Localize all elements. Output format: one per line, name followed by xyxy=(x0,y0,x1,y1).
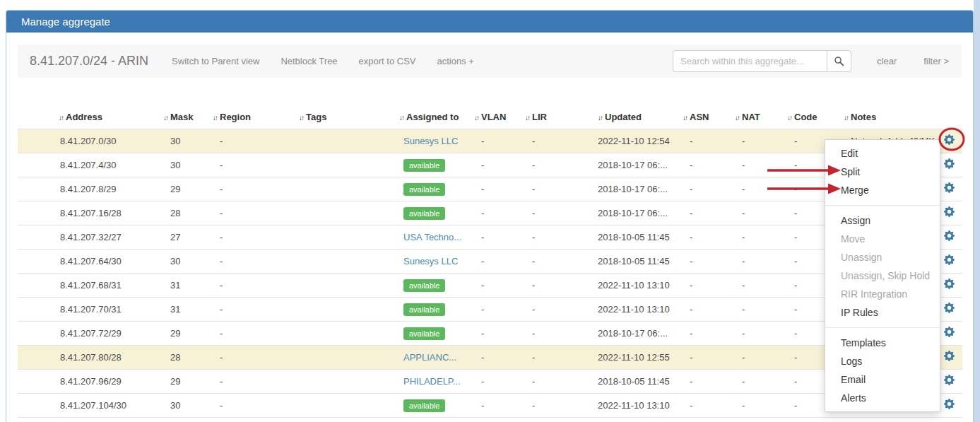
available-badge: available xyxy=(403,303,445,316)
cell-asn: - xyxy=(678,369,731,393)
assigned-to-link[interactable]: USA Techno... xyxy=(403,232,461,242)
row-actions-gear-icon[interactable] xyxy=(944,182,955,194)
col-header-mask[interactable]: ↓↑Mask xyxy=(159,107,208,129)
cell-tags xyxy=(295,273,395,297)
sort-icon[interactable]: ↓↑ xyxy=(299,114,303,122)
sort-icon[interactable]: ↓↑ xyxy=(474,114,478,122)
cell-vlan: - xyxy=(470,201,521,225)
assigned-to-link[interactable]: APPLIANC... xyxy=(403,352,456,363)
col-header-region[interactable]: ↓↑Region xyxy=(208,107,295,129)
cell-indent xyxy=(18,129,54,153)
table-row: 8.41.207.8/2929-available--2018-10-17 06… xyxy=(18,177,962,201)
row-actions-gear-icon[interactable] xyxy=(944,254,955,266)
cell-updated: 2022-11-10 13:10 xyxy=(594,297,678,321)
assigned-to-link[interactable]: Sunesys LLC xyxy=(403,256,458,266)
sort-icon[interactable]: ↓↑ xyxy=(735,114,739,122)
export-csv-link[interactable]: export to CSV xyxy=(359,56,416,66)
cell-tags xyxy=(295,321,395,345)
col-header-address[interactable]: ↓↑Address xyxy=(54,107,159,129)
sort-icon[interactable]: ↓↑ xyxy=(59,114,63,122)
cell-vlan: - xyxy=(470,297,521,321)
cell-tags xyxy=(295,393,395,417)
assigned-to-link[interactable]: PHILADELP... xyxy=(403,376,461,387)
row-actions-gear-icon[interactable] xyxy=(944,351,955,362)
cell-mask: 30 xyxy=(159,153,208,177)
sort-icon[interactable]: ↓↑ xyxy=(525,114,529,122)
sort-icon[interactable]: ↓↑ xyxy=(163,114,167,122)
col-header-assigned-to[interactable]: ↓↑Assigned to xyxy=(395,107,470,129)
menu-item-templates[interactable]: Templates xyxy=(825,334,940,352)
menu-item-logs[interactable]: Logs xyxy=(825,352,940,370)
menu-item-alerts[interactable]: Alerts xyxy=(825,389,940,407)
cell-actions xyxy=(937,273,962,297)
row-actions-gear-icon[interactable] xyxy=(944,375,955,386)
cell-region: - xyxy=(208,321,295,345)
cell-asn: - xyxy=(678,177,731,201)
actions-dropdown[interactable]: actions + xyxy=(437,56,474,66)
menu-item-split[interactable]: Split xyxy=(825,163,940,181)
switch-parent-view-link[interactable]: Switch to Parent view xyxy=(172,56,259,66)
cell-assigned-to: available xyxy=(395,393,470,417)
netblock-table: ↓↑Address↓↑Mask↓↑Region↓↑Tags↓↑Assigned … xyxy=(18,107,962,418)
col-header-vlan[interactable]: ↓↑VLAN xyxy=(470,107,521,129)
cell-mask: 30 xyxy=(159,393,208,417)
cell-address: 8.41.207.80/28 xyxy=(54,345,159,369)
cell-updated: 2018-10-17 06:... xyxy=(594,153,678,177)
row-actions-gear-icon[interactable] xyxy=(944,303,955,314)
menu-divider xyxy=(825,205,940,206)
table-row: 8.41.207.104/3030-available--2022-11-10 … xyxy=(18,393,962,417)
col-header-label: Address xyxy=(66,112,102,122)
col-header-lir[interactable]: ↓↑LIR xyxy=(521,107,594,129)
col-header-nat[interactable]: ↓↑NAT xyxy=(731,107,783,129)
sort-icon[interactable]: ↓↑ xyxy=(844,114,848,122)
row-actions-context-menu: EditSplitMergeAssignMoveUnassignUnassign… xyxy=(825,139,940,412)
col-header-label: LIR xyxy=(532,112,547,122)
col-header-asn[interactable]: ↓↑ASN xyxy=(678,107,731,129)
col-header-code[interactable]: ↓↑Code xyxy=(783,107,839,129)
menu-item-ip-rules[interactable]: IP Rules xyxy=(825,303,940,322)
menu-item-merge[interactable]: Merge xyxy=(825,181,940,199)
aggregate-toolbar: 8.41.207.0/24 - ARIN Switch to Parent vi… xyxy=(18,45,962,78)
row-actions-gear-icon[interactable] xyxy=(944,134,955,146)
cell-actions xyxy=(937,393,962,417)
available-badge: available xyxy=(403,207,445,220)
clear-filter-link[interactable]: clear xyxy=(877,56,897,66)
cell-mask: 31 xyxy=(159,273,208,297)
available-badge: available xyxy=(403,183,445,196)
cell-mask: 31 xyxy=(159,297,208,321)
cell-address: 8.41.207.104/30 xyxy=(54,393,159,417)
cell-tags xyxy=(295,297,395,321)
table-row: 8.41.207.0/3030-Sunesys LLC--2022-11-10 … xyxy=(18,129,962,153)
row-actions-gear-icon[interactable] xyxy=(944,230,955,242)
col-header-notes[interactable]: ↓↑Notes xyxy=(839,107,937,129)
menu-item-assign[interactable]: Assign xyxy=(825,211,940,230)
row-actions-gear-icon[interactable] xyxy=(944,399,955,410)
sort-icon[interactable]: ↓↑ xyxy=(598,114,602,122)
sort-icon[interactable]: ↓↑ xyxy=(399,114,403,122)
sort-icon[interactable]: ↓↑ xyxy=(213,114,217,122)
cell-nat: - xyxy=(731,273,783,297)
menu-item-edit[interactable]: Edit xyxy=(825,144,940,163)
cell-nat: - xyxy=(731,201,783,225)
cell-lir: - xyxy=(521,249,594,273)
row-actions-gear-icon[interactable] xyxy=(944,158,955,170)
assigned-to-link[interactable]: Sunesys LLC xyxy=(403,136,458,146)
table-row: 8.41.207.64/3030-Sunesys LLC--2018-10-05… xyxy=(18,249,962,273)
col-header-tags[interactable]: ↓↑Tags xyxy=(295,107,395,129)
cell-asn: - xyxy=(678,321,731,345)
cell-nat: - xyxy=(731,393,783,417)
cell-nat: - xyxy=(731,297,783,321)
netblock-tree-link[interactable]: Netblock Tree xyxy=(281,56,337,66)
row-actions-gear-icon[interactable] xyxy=(944,327,955,338)
menu-item-email[interactable]: Email xyxy=(825,370,940,389)
row-actions-gear-icon[interactable] xyxy=(944,206,955,218)
search-input[interactable] xyxy=(673,50,827,72)
sort-icon[interactable]: ↓↑ xyxy=(683,114,687,122)
sort-icon[interactable]: ↓↑ xyxy=(787,114,791,122)
filter-toggle-link[interactable]: filter > xyxy=(923,56,949,66)
col-header-updated[interactable]: ↓↑Updated xyxy=(594,107,678,129)
cell-indent xyxy=(18,393,54,417)
row-actions-gear-icon[interactable] xyxy=(944,279,955,290)
cell-nat: - xyxy=(731,249,783,273)
search-button[interactable] xyxy=(827,50,851,72)
